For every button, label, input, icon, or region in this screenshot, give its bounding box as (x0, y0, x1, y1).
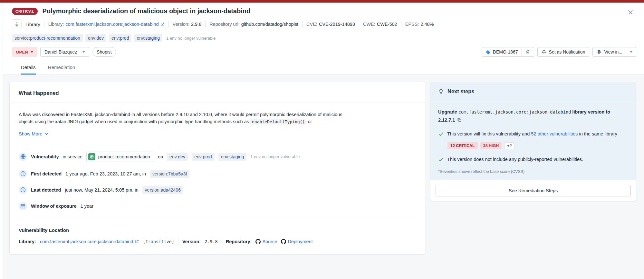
tag-version[interactable]: version:ada42406 (142, 186, 183, 194)
divider (205, 21, 206, 27)
tab-remediation[interactable]: Remediation (48, 65, 75, 75)
copy-icon[interactable] (457, 118, 462, 122)
vulnerability-side-panel: CRITICAL Polymorphic deserialization of … (3, 3, 644, 279)
severity-top-bar (0, 0, 644, 3)
what-happened-title: What Happened (10, 82, 425, 103)
meta-cwe: CWE: CWE-502 (363, 22, 397, 27)
content-area: What Happened A flaw was discovered in F… (3, 75, 644, 279)
chevron-down-icon (44, 133, 48, 135)
chevron-down-icon (82, 51, 85, 53)
vulnerability-location-title: Vulnerability Location (19, 227, 416, 233)
high-count-badge: 38 HIGH (480, 142, 502, 149)
right-actions: DEMO-1867 Set as Notification View in... (482, 47, 636, 57)
env-note: 1 env no longer vulnerable (166, 36, 216, 41)
actions-row: OPEN Daniel Blazquez Shopist DEMO-1867 (12, 47, 636, 57)
meta-row: Library Library: com.fasterxml.jackson.c… (12, 19, 636, 29)
github-icon (255, 239, 261, 244)
jira-ticket-button[interactable]: DEMO-1867 (482, 47, 522, 57)
page-title: Polymorphic deserialization of malicious… (42, 7, 250, 15)
title-row: CRITICAL Polymorphic deserialization of … (12, 7, 636, 15)
chevron-down-icon (31, 51, 33, 53)
upgrade-instruction: Upgrade com.fasterxml.jackson.core:jacks… (438, 108, 628, 124)
first-detected-row: First detected 1 year ago, Feb 23, 2023,… (19, 170, 416, 178)
assignee-dropdown[interactable]: Daniel Blazquez (40, 47, 89, 57)
github-icon (281, 239, 286, 244)
panel-header: CRITICAL Polymorphic deserialization of … (3, 3, 644, 75)
library-code: com.fasterxml.jackson.core:jackson-datab… (458, 109, 571, 115)
no-vulns-check-row: This version does not include any public… (438, 156, 628, 163)
more-count-badge[interactable]: +2 (504, 142, 514, 149)
deployment-link[interactable]: Deployment (281, 239, 312, 244)
meta-epss: EPSS: 2.48% (405, 22, 434, 27)
transitive-label: [Transitive] (143, 239, 174, 244)
tag-env-prod[interactable]: env:prod (109, 34, 132, 42)
tag-env-dev[interactable]: env:dev (167, 153, 188, 161)
view-in-button[interactable]: View in... (592, 47, 626, 57)
trash-icon (525, 50, 530, 55)
library-link[interactable]: com.fasterxml.jackson.core:jackson-datab… (65, 22, 164, 27)
status-dropdown[interactable]: OPEN (12, 47, 37, 57)
delete-ticket-button[interactable] (522, 47, 534, 57)
tag-env-dev[interactable]: env:dev (85, 34, 106, 42)
meta-version: Version: 2.9.8 (173, 22, 202, 27)
last-detected-row: Last detected just now, May 21, 2024, 5:… (19, 186, 416, 194)
jira-ticket-group: DEMO-1867 (482, 47, 534, 57)
lightbulb-icon (438, 89, 444, 95)
bell-icon (542, 50, 546, 55)
tag-env-staging[interactable]: env:staging (218, 153, 247, 161)
env-note: 1 env no longer vulnerable (250, 154, 300, 159)
globe-icon (19, 153, 27, 161)
next-steps-body: Upgrade com.fasterxml.jackson.core:jacks… (430, 101, 636, 180)
vulnerability-location-row: Library: com.fasterxml.jackson.core:jack… (19, 239, 416, 244)
tag-service[interactable]: service:product-recommendation (12, 34, 83, 42)
divider (19, 218, 416, 218)
divider (168, 21, 169, 27)
view-in-group: View in... (592, 47, 636, 57)
tag-env-prod[interactable]: env:prod (192, 153, 215, 161)
library-link[interactable]: com.fasterxml.jackson.core:jackson-datab… (40, 239, 139, 244)
vulnerability-description: A flaw was discovered in FasterXML jacks… (19, 111, 342, 125)
next-steps-panel: Next steps Upgrade com.fasterxml.jackson… (430, 82, 636, 201)
fix-check-row: This version will fix this vulnerability… (438, 130, 628, 137)
code-snippet: enableDefaultTyping() (250, 119, 306, 125)
window-of-exposure-row: Window of exposure 1 year (19, 202, 416, 210)
see-remediation-steps-button[interactable]: See Remediation Steps (436, 185, 631, 196)
what-happened-card: What Happened A flaw was discovered in F… (9, 82, 425, 254)
team-chip[interactable]: Shopist (92, 47, 116, 57)
divider (359, 21, 359, 27)
severity-badge: CRITICAL (12, 8, 38, 15)
jira-icon (485, 50, 490, 55)
java-icon (12, 19, 22, 29)
tag-version[interactable]: version:7bba5a3f (150, 170, 189, 178)
divider (178, 239, 178, 244)
calendar-icon (19, 202, 27, 210)
service-pill[interactable]: product-recommendation (86, 152, 154, 162)
eye-icon (596, 49, 601, 55)
close-icon[interactable] (627, 9, 634, 15)
meta-repository-url: Repository url: github.com/datadog/shopi… (209, 22, 298, 27)
next-steps-title: Next steps (447, 88, 474, 95)
external-link-icon (135, 239, 139, 244)
next-steps-footer: See Remediation Steps (430, 180, 636, 201)
show-more-link[interactable]: Show More (19, 131, 48, 136)
meta-library-label: Library: (48, 22, 64, 27)
info-rows: Vulnerability in service product-recomme… (19, 152, 416, 210)
tab-details[interactable]: Details (21, 65, 36, 75)
external-link-icon (160, 22, 165, 26)
other-vulnerabilities-link[interactable]: 52 other vulnerabilities (531, 131, 578, 136)
check-icon (438, 157, 444, 162)
divider (401, 21, 401, 27)
next-steps-header: Next steps (430, 82, 636, 101)
chevron-down-icon (630, 51, 632, 53)
tags-row: service:product-recommendation env:dev e… (12, 34, 636, 42)
source-link[interactable]: Source (255, 239, 277, 244)
tag-env-staging[interactable]: env:staging (134, 34, 162, 42)
divider (44, 21, 44, 27)
severity-footnote: *Severities shown reflect the base score… (438, 169, 628, 174)
divider (222, 239, 222, 244)
severity-badges: 12 CRITICAL 38 HIGH +2 (447, 142, 628, 149)
detection-type-label: Library (25, 22, 40, 27)
set-as-notification-button[interactable]: Set as Notification (537, 47, 590, 57)
view-in-dropdown-button[interactable] (626, 47, 636, 57)
critical-count-badge: 12 CRITICAL (447, 142, 478, 149)
